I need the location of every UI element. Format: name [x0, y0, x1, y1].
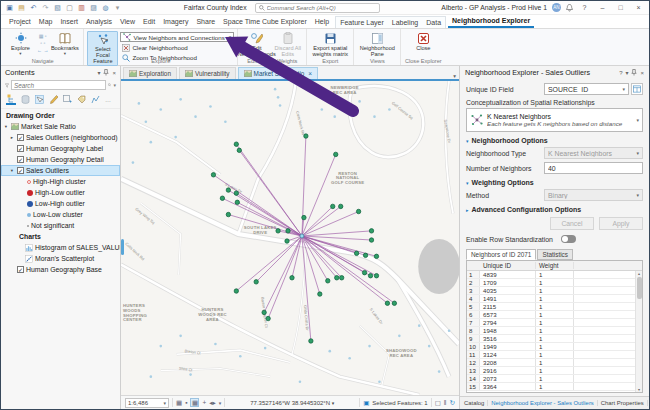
list-by-snapping-icon[interactable]: [62, 94, 72, 105]
legend-item-3[interactable]: Low-Low cluster: [1, 209, 120, 220]
neighbor-point[interactable]: [356, 209, 360, 213]
neighbor-point[interactable]: [266, 316, 270, 320]
ribbon-tab-help[interactable]: Help: [311, 15, 333, 28]
weighting-options-section[interactable]: ▾ Weighting Options: [466, 179, 643, 186]
layer-checkbox[interactable]: ✓: [17, 156, 24, 163]
pin-icon[interactable]: [631, 69, 637, 76]
ribbon-tab-project[interactable]: Project: [5, 15, 35, 28]
neighbor-point[interactable]: [369, 238, 373, 242]
neighbor-point[interactable]: [374, 273, 378, 277]
neighbor-point[interactable]: [226, 212, 230, 216]
bottom-tab-catalog[interactable]: Catalog: [461, 400, 487, 406]
neighbor-point[interactable]: [340, 276, 344, 280]
clear-neighborhood-button[interactable]: Clear Neighborhood: [120, 43, 234, 52]
scrollbar-thumb[interactable]: [637, 277, 642, 299]
focal-feature-point[interactable]: [300, 234, 304, 238]
snapping-toggle-icon[interactable]: ▦: [190, 398, 199, 407]
table-row[interactable]: 819481: [467, 327, 635, 335]
neighbor-point[interactable]: [374, 254, 378, 258]
add-basemap-icon[interactable]: ▦: [176, 399, 182, 407]
scroll-up-icon[interactable]: ▴: [638, 271, 640, 276]
neighbor-point[interactable]: [309, 339, 313, 343]
map-tab-exploration[interactable]: Exploration: [123, 67, 177, 79]
layout-grid-icon[interactable]: ▢: [435, 399, 441, 407]
neighbor-point[interactable]: [304, 134, 308, 138]
save-icon[interactable]: ▣: [5, 3, 14, 12]
table-scrollbar[interactable]: ▴ ▾: [635, 271, 642, 392]
command-search-input[interactable]: [267, 5, 376, 11]
conceptualization-dropdown[interactable]: K Nearest Neighbors Each feature gets K …: [466, 108, 643, 132]
flash-icon[interactable]: ◂▸: [209, 399, 216, 407]
neighbor-point[interactable]: [234, 191, 238, 195]
map-tab-close-icon[interactable]: ×: [308, 70, 312, 77]
ribbon-tab-feature-layer[interactable]: Feature Layer: [336, 17, 388, 28]
neighbor-point[interactable]: [318, 292, 322, 296]
neighbor-point[interactable]: [285, 239, 289, 243]
undo-icon[interactable]: ↶: [29, 3, 38, 12]
customize-icon[interactable]: ▾: [113, 3, 122, 12]
panel-menu-chevron-icon[interactable]: ▾: [625, 69, 628, 76]
edit-neighborhoods-button[interactable]: Edit Neighborhoods: [241, 31, 272, 58]
discard-all-edits-button[interactable]: Discard All Edits: [272, 31, 303, 58]
table-row[interactable]: 1533641: [467, 383, 635, 391]
selected-features-count[interactable]: Selected Features: 1: [372, 400, 427, 406]
neighbor-point[interactable]: [335, 276, 339, 280]
ribbon-tab-imagery[interactable]: Imagery: [159, 15, 192, 28]
neighbor-point[interactable]: [392, 301, 396, 305]
map-tab-market-sale-ratio[interactable]: Market Sale Ratio×: [238, 67, 319, 79]
tree-item-sales-outliers-neighborhood[interactable]: ▸✓Sales Outliers (neighborhood): [1, 132, 120, 143]
cancel-button[interactable]: Cancel: [550, 217, 594, 230]
map-canvas[interactable]: NEWBRIDGEREC AREARESTONNATIONALGOLF COUR…: [121, 81, 459, 395]
navigate-mini-buttons[interactable]: ▦ ▫ ▫ ▫ ← →: [37, 33, 48, 53]
table-row[interactable]: 414911: [467, 295, 635, 303]
tree-item-sales-outliers[interactable]: ▾✓Sales Outliers: [1, 165, 120, 176]
command-search[interactable]: [255, 3, 380, 13]
layout-icon[interactable]: ▨: [89, 3, 98, 12]
list-by-labeling-icon[interactable]: [76, 94, 86, 105]
neighbor-point[interactable]: [235, 200, 239, 204]
search-options-chevron-icon[interactable]: ▾: [113, 82, 116, 88]
list-by-charts-icon[interactable]: [90, 94, 100, 105]
tree-item-human-geography-label[interactable]: ✓Human Geography Label: [1, 143, 120, 154]
table-row[interactable]: 935161: [467, 335, 635, 343]
contents-menu-chevron-icon[interactable]: ▾: [97, 69, 100, 76]
neighbor-point[interactable]: [237, 148, 241, 152]
chart-item-histogram[interactable]: Histogram of SALES_VALUE: [1, 242, 120, 253]
tree-item-human-geography-detail[interactable]: ✓Human Geography Detail: [1, 154, 120, 165]
table-row[interactable]: 521151: [467, 303, 635, 311]
neighborhood-options-section[interactable]: ▾ Neighborhood Options: [466, 137, 643, 144]
table-row[interactable]: 1131241: [467, 351, 635, 359]
neighbor-point[interactable]: [362, 270, 366, 274]
toolbar-overflow-icon[interactable]: …: [105, 97, 111, 103]
open-icon[interactable]: ▤: [17, 3, 26, 12]
layer-checkbox[interactable]: ✓: [17, 145, 24, 152]
neighbor-point[interactable]: [326, 279, 330, 283]
layer-checkbox[interactable]: ✓: [17, 167, 24, 174]
neighbor-point[interactable]: [339, 204, 343, 208]
map-tabs-overflow-chevron-icon[interactable]: ▾: [453, 73, 456, 79]
close-explorer-button[interactable]: Close: [404, 31, 442, 52]
statusbar-chevron-icon[interactable]: ▾: [219, 400, 222, 406]
legend-item-0[interactable]: High-High cluster: [1, 176, 120, 187]
apply-button[interactable]: Apply: [599, 217, 643, 230]
refresh-icon[interactable]: ↻: [450, 399, 455, 407]
bookmarks-button[interactable]: Bookmarks▾: [49, 31, 80, 58]
export-spatial-weights-button[interactable]: Export spatial weights matrix: [310, 31, 350, 58]
toolbox-icon[interactable]: ▥: [77, 3, 86, 12]
table-row[interactable]: 340351: [467, 287, 635, 295]
scroll-down-icon[interactable]: ▾: [638, 387, 640, 392]
neighbor-point[interactable]: [226, 188, 230, 192]
neighbor-point[interactable]: [234, 142, 238, 146]
ribbon-tab-neighborhood-explorer[interactable]: Neighborhood Explorer: [448, 15, 534, 28]
table-row[interactable]: 148391: [467, 271, 635, 279]
neighbor-point[interactable]: [334, 152, 338, 156]
refresh-fields-button[interactable]: [631, 83, 643, 95]
row-standardization-toggle[interactable]: [561, 235, 576, 243]
view-neighbors-dropdown[interactable]: View Neighbors and Connections ▾: [120, 32, 234, 42]
bottom-tab-chart-properties[interactable]: Chart Properties: [597, 400, 647, 406]
ribbon-tab-labeling[interactable]: Labeling: [388, 17, 422, 28]
ribbon-tab-space-time-cube-explorer[interactable]: Space Time Cube Explorer: [219, 15, 311, 28]
legend-item-4[interactable]: Not significant: [1, 220, 120, 231]
redo-icon[interactable]: ↷: [41, 3, 50, 12]
neighbor-point[interactable]: [262, 310, 266, 314]
